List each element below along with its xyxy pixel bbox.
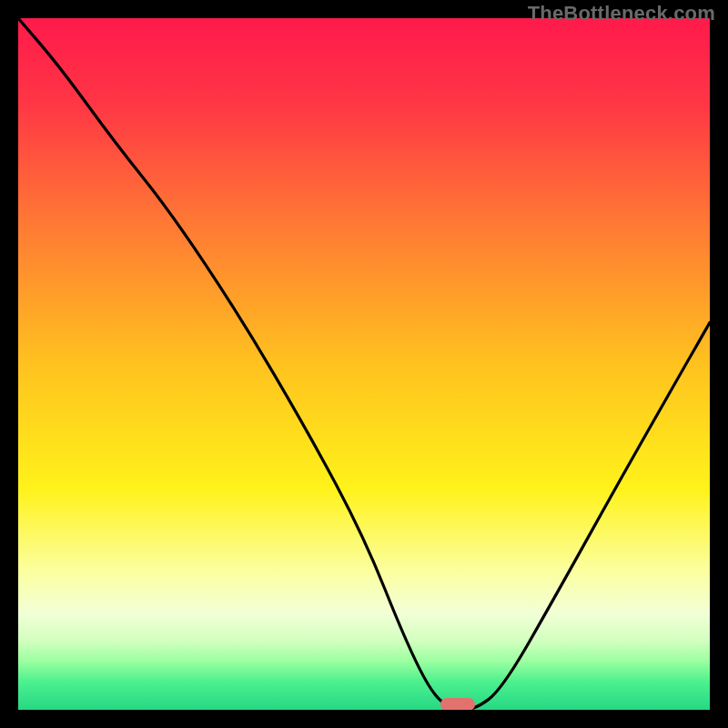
watermark-text: TheBottleneck.com xyxy=(528,2,715,25)
bottleneck-curve xyxy=(18,18,710,710)
plot-area xyxy=(18,18,710,710)
chart-frame: TheBottleneck.com xyxy=(0,0,728,728)
optimal-marker xyxy=(440,698,475,710)
